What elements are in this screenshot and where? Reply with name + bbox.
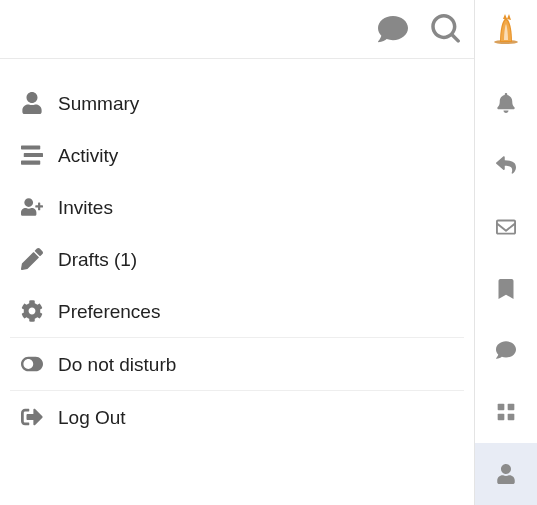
- menu-item-drafts[interactable]: Drafts (1): [10, 233, 464, 285]
- user-plus-icon: [20, 195, 44, 219]
- svg-rect-2: [508, 404, 515, 411]
- sign-out-icon: [20, 405, 44, 429]
- menu-item-preferences[interactable]: Preferences: [10, 285, 464, 337]
- bell-icon[interactable]: [475, 72, 538, 134]
- svg-rect-3: [498, 414, 505, 421]
- pencil-icon: [20, 247, 44, 271]
- header: [0, 0, 474, 58]
- gear-icon: [20, 299, 44, 323]
- toggle-off-icon: [20, 352, 44, 376]
- menu-item-do-not-disturb[interactable]: Do not disturb: [10, 337, 464, 390]
- menu-item-activity[interactable]: Activity: [10, 129, 464, 181]
- menu-label-summary: Summary: [58, 94, 139, 113]
- svg-rect-1: [498, 404, 505, 411]
- envelope-icon[interactable]: [475, 196, 538, 258]
- search-icon[interactable]: [430, 14, 460, 44]
- stream-icon: [20, 143, 44, 167]
- user-menu: Summary Activity Invites Drafts (1): [0, 59, 474, 443]
- comment-icon[interactable]: [475, 319, 538, 381]
- menu-label-drafts: Drafts (1): [58, 250, 137, 269]
- menu-item-summary[interactable]: Summary: [10, 77, 464, 129]
- right-sidebar: [474, 0, 537, 505]
- user-icon: [20, 91, 44, 115]
- menu-item-log-out[interactable]: Log Out: [10, 390, 464, 443]
- menu-label-log-out: Log Out: [58, 408, 126, 427]
- menu-label-preferences: Preferences: [58, 302, 160, 321]
- menu-item-invites[interactable]: Invites: [10, 181, 464, 233]
- profile-tab-icon[interactable]: [475, 443, 538, 505]
- svg-rect-4: [508, 414, 515, 421]
- grid-icon[interactable]: [475, 381, 538, 443]
- menu-label-do-not-disturb: Do not disturb: [58, 355, 176, 374]
- menu-label-activity: Activity: [58, 146, 118, 165]
- bookmark-icon[interactable]: [475, 258, 538, 320]
- reply-icon[interactable]: [475, 134, 538, 196]
- avatar[interactable]: [490, 12, 522, 44]
- menu-label-invites: Invites: [58, 198, 113, 217]
- chat-icon[interactable]: [378, 14, 408, 44]
